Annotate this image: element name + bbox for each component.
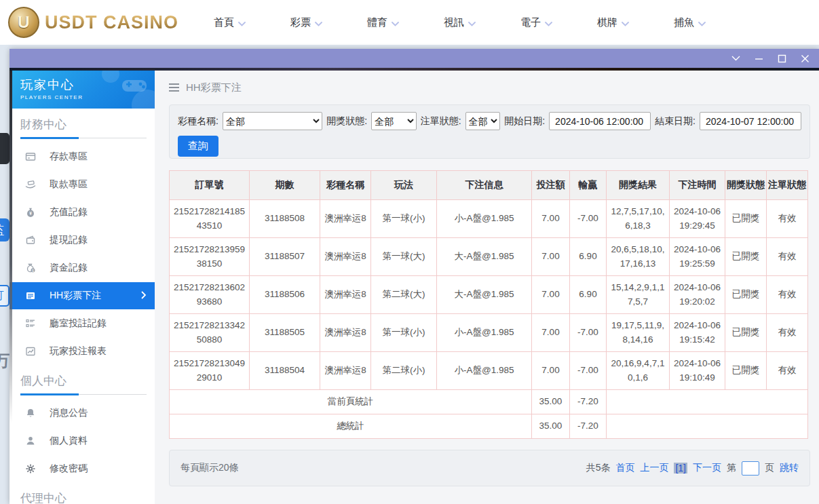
nav-item-video[interactable]: 視訊 <box>444 16 476 29</box>
sidebar-item-player-bet-report[interactable]: 玩家投注報表 <box>9 338 155 365</box>
sidebar-item-recharge-record[interactable]: ¥充值記錄 <box>9 199 155 226</box>
sidebar-item-withdraw-record[interactable]: 提現記錄 <box>9 227 155 254</box>
nav-item-electronic[interactable]: 電子 <box>520 16 552 29</box>
window-collapse-button[interactable] <box>731 54 740 63</box>
funds-bag-icon: $ <box>24 263 36 274</box>
nav-item-home[interactable]: 首頁 <box>214 16 246 29</box>
deposit-card-icon <box>24 151 36 163</box>
cell-draw-status: 已開獎 <box>725 314 767 352</box>
window-maximize-button[interactable] <box>777 54 786 63</box>
summary-bet-amount: 35.00 <box>532 414 570 439</box>
sidebar-item-deposit[interactable]: 存款專區 <box>9 143 155 170</box>
background-fragment-badge: 監 <box>0 218 9 241</box>
draw-status-select[interactable]: 全部 <box>371 112 416 130</box>
cell-play: 第二球(小) <box>371 352 437 390</box>
lottery-name-select[interactable]: 全部 <box>223 112 322 130</box>
logo-text: USDT CASINO <box>45 12 178 33</box>
chevron-down-icon <box>315 17 322 28</box>
main-content: HH彩票下注 彩種名稱: 全部 開獎狀態: 全部 注單狀態: 全部 開始日期: … <box>155 71 819 504</box>
site-logo[interactable]: U USDT CASINO <box>8 7 178 38</box>
cell-bet-info: 大-A盤@1.985 <box>437 276 532 314</box>
table-header-row: 訂單號期數彩種名稱玩法下注信息投注額輸贏開獎結果下注時間開獎狀態注單狀態 <box>170 171 808 200</box>
cell-draw-status: 已開獎 <box>725 238 767 276</box>
query-button[interactable]: 查詢 <box>178 136 218 157</box>
sidebar-item-profile[interactable]: 個人資料 <box>9 427 155 454</box>
table-row: 215217282130492901031188504澳洲幸运8第二球(小)小-… <box>170 352 808 390</box>
cell-play: 第一球(小) <box>371 200 437 238</box>
cell-order-status: 有效 <box>767 238 808 276</box>
top-nav: U USDT CASINO 首頁彩票體育視訊電子棋牌捕魚 <box>0 0 819 45</box>
first-page-link[interactable]: 首页 <box>615 462 634 474</box>
sidebar-item-notice[interactable]: 消息公告 <box>9 400 155 427</box>
sidebar-item-change-password[interactable]: 修改密碼 <box>9 455 155 482</box>
order-status-select[interactable]: 全部 <box>465 112 501 130</box>
logo-emblem-icon: U <box>8 7 39 38</box>
prev-page-link[interactable]: 上一页 <box>640 462 668 474</box>
chevron-down-icon <box>698 17 706 28</box>
window-minimize-button[interactable] <box>754 54 763 63</box>
chevron-down-icon <box>545 17 552 28</box>
summary-win-loss: -7.20 <box>570 390 607 414</box>
sidebar-item-hh-lottery-bet[interactable]: HH彩票下注 <box>9 282 155 309</box>
cell-bet-amount: 7.00 <box>532 314 570 352</box>
current-page-indicator[interactable]: [1] <box>674 463 687 473</box>
lottery-name-label: 彩種名稱: <box>178 115 218 128</box>
end-date-input[interactable] <box>700 112 801 130</box>
page-number-input[interactable] <box>742 461 759 476</box>
sidebar-item-label: 玩家投注報表 <box>50 345 107 357</box>
sidebar-item-label: 充值記錄 <box>50 206 88 218</box>
page-title: HH彩票下注 <box>186 81 242 94</box>
summary-empty <box>607 390 808 414</box>
nav-item-label: 首頁 <box>214 16 234 29</box>
chevron-down-icon <box>238 17 246 28</box>
nav-item-sports[interactable]: 體育 <box>367 16 399 29</box>
cell-period: 31188506 <box>250 276 320 314</box>
cell-win-loss: -7.00 <box>570 200 607 238</box>
cell-order-no: 2152172821334250880 <box>170 314 250 352</box>
cell-order-status: 有效 <box>767 314 808 352</box>
total-count-text: 共5条 <box>586 462 611 474</box>
nav-item-lottery[interactable]: 彩票 <box>290 16 322 29</box>
window-left-edge <box>9 71 12 423</box>
background-fragment-blob <box>0 133 9 164</box>
col-header-bet-info: 下注信息 <box>437 171 532 200</box>
col-header-draw-status: 開獎狀態 <box>725 171 767 200</box>
cell-period: 31188508 <box>250 200 320 238</box>
sidebar-item-label: 消息公告 <box>50 407 88 419</box>
filter-panel: 彩種名稱: 全部 開獎狀態: 全部 注單狀態: 全部 開始日期: 結束日期: 查… <box>169 104 810 159</box>
cell-draw-status: 已開獎 <box>725 200 767 238</box>
start-date-input[interactable] <box>549 112 651 130</box>
background-fragment-badge: 可 <box>0 285 9 307</box>
cell-play: 第一球(大) <box>371 238 437 276</box>
withdraw-hand-icon <box>24 179 36 191</box>
sidebar-section-finance-center: 財務中心 <box>20 117 147 138</box>
menu-icon[interactable] <box>169 83 179 92</box>
table-row: 215217282139593815031188507澳洲幸运8第一球(大)大-… <box>170 238 808 276</box>
gamepad-icon <box>121 76 148 98</box>
sidebar-section-agent-center: 代理中心 <box>20 490 147 504</box>
jump-link[interactable]: 跳转 <box>780 462 799 474</box>
chevron-down-icon <box>622 17 629 28</box>
cell-draw-result: 19,17,5,11,9,8,14,16 <box>607 314 670 352</box>
sidebar-item-label: 廳室投註記錄 <box>50 317 107 330</box>
cell-bet-amount: 7.00 <box>532 352 570 390</box>
background-fragment-char: 万 <box>0 350 9 372</box>
sidebar-item-funds-record[interactable]: $資金記錄 <box>9 254 155 282</box>
cell-bet-time: 2024-10-06 19:29:45 <box>670 200 725 238</box>
cell-bet-info: 大-A盤@1.985 <box>437 238 532 276</box>
cell-draw-result: 12,7,5,17,10,6,18,3 <box>607 200 670 238</box>
sidebar-item-hall-bet-record[interactable]: 廳室投註記錄 <box>9 310 155 337</box>
col-header-order-status: 注單狀態 <box>767 171 808 200</box>
chevron-down-icon <box>468 17 476 28</box>
nav-item-fishing[interactable]: 捕魚 <box>674 16 706 29</box>
summary-win-loss: -7.20 <box>570 414 607 439</box>
col-header-order-no: 訂單號 <box>170 171 250 200</box>
summary-bet-amount: 35.00 <box>532 390 570 414</box>
sidebar-item-label: HH彩票下注 <box>50 290 101 302</box>
nav-item-chess[interactable]: 棋牌 <box>597 16 629 29</box>
sidebar-item-withdraw[interactable]: 取款專區 <box>9 171 155 198</box>
next-page-link[interactable]: 下一页 <box>693 462 721 474</box>
sidebar-item-label: 取款專區 <box>50 178 88 191</box>
window-close-button[interactable] <box>800 54 810 63</box>
cell-period: 31188507 <box>250 238 320 276</box>
